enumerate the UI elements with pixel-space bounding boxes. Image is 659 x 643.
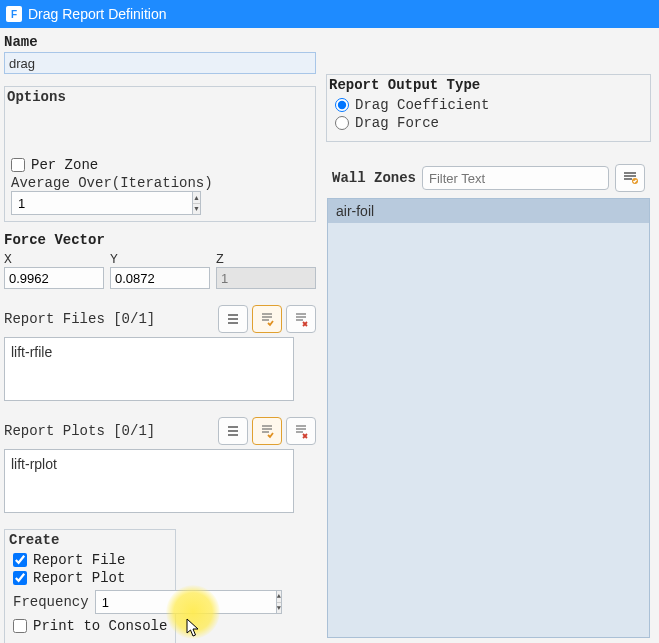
report-file-label: Report File xyxy=(33,552,125,568)
force-z-input xyxy=(216,267,316,289)
create-header: Create xyxy=(5,530,175,550)
report-file-checkbox-row[interactable]: Report File xyxy=(13,552,167,568)
force-vector-header: Force Vector xyxy=(4,232,316,248)
spinner-up-icon[interactable]: ▲ xyxy=(193,192,200,204)
print-console-checkbox[interactable] xyxy=(13,619,27,633)
force-x-input[interactable] xyxy=(4,267,104,289)
output-type-group: Report Output Type Drag Coefficient Drag… xyxy=(326,74,651,142)
report-plots-select-all-button[interactable] xyxy=(252,417,282,445)
name-input[interactable] xyxy=(4,52,316,74)
average-over-input[interactable] xyxy=(11,191,192,215)
wall-zones-filter-input[interactable] xyxy=(422,166,609,190)
spinner-down-icon[interactable]: ▼ xyxy=(193,204,200,215)
per-zone-checkbox[interactable] xyxy=(11,158,25,172)
wall-zones-filter-button[interactable] xyxy=(615,164,645,192)
frequency-spinner[interactable]: ▲ ▼ xyxy=(276,590,282,614)
wall-zones-label: Wall Zones xyxy=(332,170,416,186)
list-item[interactable]: lift-rplot xyxy=(11,456,287,472)
force-z-label: Z xyxy=(216,252,316,267)
report-files-title: Report Files [0/1] xyxy=(4,311,155,327)
app-icon: F xyxy=(6,6,22,22)
per-zone-checkbox-row[interactable]: Per Zone xyxy=(11,157,309,173)
name-label: Name xyxy=(4,34,316,50)
report-plots-list-button[interactable] xyxy=(218,417,248,445)
drag-force-radio[interactable] xyxy=(335,116,349,130)
report-files-listbox[interactable]: lift-rfile xyxy=(4,337,294,401)
frequency-input[interactable] xyxy=(95,590,276,614)
wall-zones-listbox[interactable]: air-foil xyxy=(327,198,650,638)
window-title: Drag Report Definition xyxy=(28,6,167,22)
drag-force-radio-row[interactable]: Drag Force xyxy=(335,115,650,131)
list-check-icon xyxy=(259,311,275,327)
force-x-label: X xyxy=(4,252,104,267)
list-icon xyxy=(225,311,241,327)
report-file-checkbox[interactable] xyxy=(13,553,27,567)
report-files-deselect-button[interactable] xyxy=(286,305,316,333)
drag-coefficient-label: Drag Coefficient xyxy=(355,97,489,113)
report-files-select-all-button[interactable] xyxy=(252,305,282,333)
create-group: Create Report File Report Plot Frequency… xyxy=(4,529,176,643)
report-plots-deselect-button[interactable] xyxy=(286,417,316,445)
force-y-input[interactable] xyxy=(110,267,210,289)
titlebar: F Drag Report Definition xyxy=(0,0,659,28)
per-zone-label: Per Zone xyxy=(31,157,98,173)
list-x-icon xyxy=(293,423,309,439)
filter-dropdown-icon xyxy=(621,169,639,187)
output-type-header: Report Output Type xyxy=(327,75,650,95)
spinner-down-icon[interactable]: ▼ xyxy=(277,603,281,614)
print-console-label: Print to Console xyxy=(33,618,167,634)
drag-coefficient-radio-row[interactable]: Drag Coefficient xyxy=(335,97,650,113)
drag-coefficient-radio[interactable] xyxy=(335,98,349,112)
report-plot-checkbox-row[interactable]: Report Plot xyxy=(13,570,167,586)
options-group: Options Per Zone Average Over(Iterations… xyxy=(4,86,316,222)
list-item[interactable]: air-foil xyxy=(328,199,649,223)
options-header: Options xyxy=(5,87,315,109)
report-files-list-button[interactable] xyxy=(218,305,248,333)
print-console-checkbox-row[interactable]: Print to Console xyxy=(13,618,167,634)
average-over-spinner[interactable]: ▲ ▼ xyxy=(192,191,201,215)
average-over-label: Average Over(Iterations) xyxy=(11,175,309,191)
list-check-icon xyxy=(259,423,275,439)
list-icon xyxy=(225,423,241,439)
report-plot-checkbox[interactable] xyxy=(13,571,27,585)
frequency-label: Frequency xyxy=(13,594,89,610)
spinner-up-icon[interactable]: ▲ xyxy=(277,591,281,603)
report-plots-listbox[interactable]: lift-rplot xyxy=(4,449,294,513)
list-item[interactable]: lift-rfile xyxy=(11,344,287,360)
report-plot-label: Report Plot xyxy=(33,570,125,586)
report-plots-title: Report Plots [0/1] xyxy=(4,423,155,439)
list-x-icon xyxy=(293,311,309,327)
drag-force-label: Drag Force xyxy=(355,115,439,131)
force-y-label: Y xyxy=(110,252,210,267)
